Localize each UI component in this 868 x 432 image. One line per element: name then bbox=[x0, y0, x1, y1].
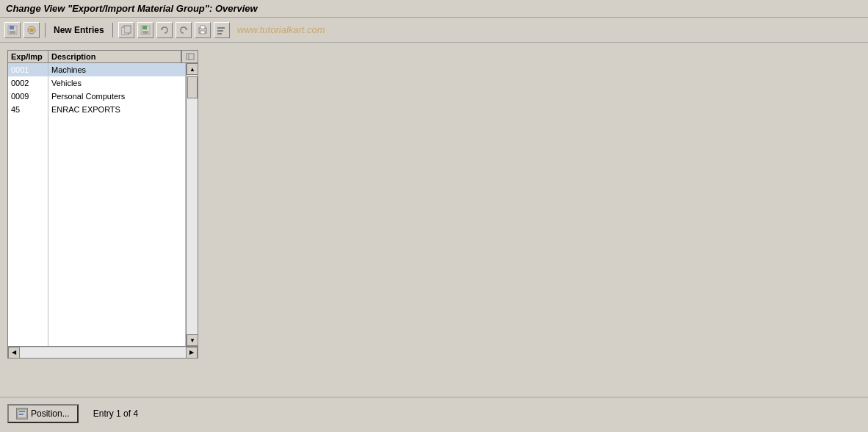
table-row-empty[interactable] bbox=[8, 262, 186, 275]
separator-2 bbox=[112, 23, 113, 37]
cell-desc-empty bbox=[48, 182, 186, 195]
position-button[interactable]: Position... bbox=[7, 404, 79, 423]
cell-exp-empty bbox=[8, 341, 48, 346]
cell-exp: 0009 bbox=[8, 90, 48, 103]
cell-exp-empty bbox=[8, 195, 48, 209]
table-row-empty[interactable] bbox=[8, 143, 186, 156]
cell-exp-empty bbox=[8, 314, 48, 328]
save-button[interactable] bbox=[4, 22, 21, 38]
table-rows: 0001Machines0002Vehicles0009Personal Com… bbox=[8, 63, 186, 346]
svg-rect-17 bbox=[217, 33, 222, 35]
cell-exp-empty bbox=[8, 248, 48, 262]
watermark-text: www.tutorialkart.com bbox=[237, 24, 325, 35]
table-row-empty[interactable] bbox=[8, 248, 186, 262]
col-resize-button[interactable] bbox=[181, 51, 198, 62]
toolbar: New Entries bbox=[0, 18, 868, 43]
table-row-empty[interactable] bbox=[8, 314, 186, 328]
print-icon bbox=[198, 25, 208, 35]
svg-rect-6 bbox=[124, 26, 131, 33]
svg-rect-15 bbox=[217, 27, 225, 29]
find-icon bbox=[217, 25, 227, 35]
table-row-empty[interactable] bbox=[8, 275, 186, 288]
new-entries-label: New Entries bbox=[54, 25, 104, 35]
cell-desc: Vehicles bbox=[48, 76, 186, 90]
table-row-empty[interactable] bbox=[8, 116, 186, 129]
table-row-empty[interactable] bbox=[8, 156, 186, 169]
table-row[interactable]: 0002Vehicles bbox=[8, 76, 186, 90]
cell-desc-empty bbox=[48, 248, 186, 262]
table-row-empty[interactable] bbox=[8, 182, 186, 195]
cell-exp-empty bbox=[8, 262, 48, 275]
svg-rect-2 bbox=[10, 31, 15, 34]
table-row-empty[interactable] bbox=[8, 288, 186, 301]
title-bar: Change View "Export/Import Material Grou… bbox=[0, 0, 868, 18]
scroll-left-button[interactable]: ◀ bbox=[8, 347, 20, 359]
cell-desc-empty bbox=[48, 301, 186, 314]
copy-icon bbox=[121, 25, 131, 35]
cell-exp-empty bbox=[8, 222, 48, 235]
horizontal-scrollbar[interactable]: ◀ ▶ bbox=[8, 346, 198, 358]
table-row-empty[interactable] bbox=[8, 222, 186, 235]
cell-exp: 45 bbox=[8, 103, 48, 116]
cell-desc-empty bbox=[48, 235, 186, 248]
scroll-right-button[interactable]: ▶ bbox=[186, 347, 198, 359]
position-label: Position... bbox=[31, 408, 70, 419]
back-icon bbox=[26, 25, 37, 35]
scroll-down-button[interactable]: ▼ bbox=[187, 334, 198, 346]
svg-rect-22 bbox=[19, 414, 23, 415]
table-row-empty[interactable] bbox=[8, 341, 186, 346]
find-button[interactable] bbox=[214, 22, 230, 38]
svg-rect-21 bbox=[19, 411, 25, 412]
svg-rect-8 bbox=[142, 26, 147, 29]
table-row[interactable]: 45ENRAC EXPORTS bbox=[8, 103, 186, 116]
svg-point-4 bbox=[29, 28, 34, 32]
scroll-track[interactable] bbox=[187, 75, 198, 334]
save-icon bbox=[7, 25, 18, 35]
save2-button[interactable] bbox=[137, 22, 153, 38]
table-row-empty[interactable] bbox=[8, 301, 186, 314]
print-button[interactable] bbox=[195, 22, 211, 38]
cell-exp-empty bbox=[8, 169, 48, 182]
data-table: Exp/Imp Description 0001Machines0002Vehi… bbox=[7, 50, 198, 359]
svg-rect-14 bbox=[200, 31, 205, 34]
scroll-thumb[interactable] bbox=[187, 76, 198, 98]
cell-desc-empty bbox=[48, 328, 186, 341]
new-entries-button[interactable]: New Entries bbox=[51, 25, 107, 35]
undo-button[interactable] bbox=[156, 22, 173, 38]
cell-desc-empty bbox=[48, 209, 186, 222]
redo-button[interactable] bbox=[176, 22, 192, 38]
table-row-empty[interactable] bbox=[8, 129, 186, 143]
save2-icon bbox=[140, 25, 151, 35]
undo-icon bbox=[159, 25, 170, 35]
col-header-desc: Description bbox=[48, 51, 181, 62]
cell-exp-empty bbox=[8, 116, 48, 129]
cell-exp-empty bbox=[8, 288, 48, 301]
cell-desc-empty bbox=[48, 222, 186, 235]
table-row-empty[interactable] bbox=[8, 209, 186, 222]
scroll-up-button[interactable]: ▲ bbox=[187, 63, 198, 75]
footer-bar: Position... Entry 1 of 4 bbox=[0, 397, 868, 429]
back-button[interactable] bbox=[23, 22, 40, 38]
cell-desc-empty bbox=[48, 195, 186, 209]
table-row-empty[interactable] bbox=[8, 328, 186, 341]
col-header-exp: Exp/Imp bbox=[8, 51, 48, 62]
position-icon bbox=[16, 408, 28, 420]
cell-desc-empty bbox=[48, 262, 186, 275]
cell-exp-empty bbox=[8, 209, 48, 222]
table-row-empty[interactable] bbox=[8, 169, 186, 182]
hscroll-track[interactable] bbox=[20, 348, 186, 358]
cell-exp-empty bbox=[8, 275, 48, 288]
table-row-empty[interactable] bbox=[8, 195, 186, 209]
title-text: Change View "Export/Import Material Grou… bbox=[6, 3, 258, 14]
table-row[interactable]: 0009Personal Computers bbox=[8, 90, 186, 103]
cell-exp-empty bbox=[8, 235, 48, 248]
copy-button[interactable] bbox=[118, 22, 134, 38]
table-row[interactable]: 0001Machines bbox=[8, 63, 186, 76]
table-row-empty[interactable] bbox=[8, 235, 186, 248]
position-icon-svg bbox=[17, 408, 27, 419]
resize-icon bbox=[186, 52, 195, 61]
cell-desc-empty bbox=[48, 116, 186, 129]
vertical-scrollbar[interactable]: ▲ ▼ bbox=[186, 63, 198, 346]
cell-desc-empty bbox=[48, 156, 186, 169]
cell-exp-empty bbox=[8, 301, 48, 314]
